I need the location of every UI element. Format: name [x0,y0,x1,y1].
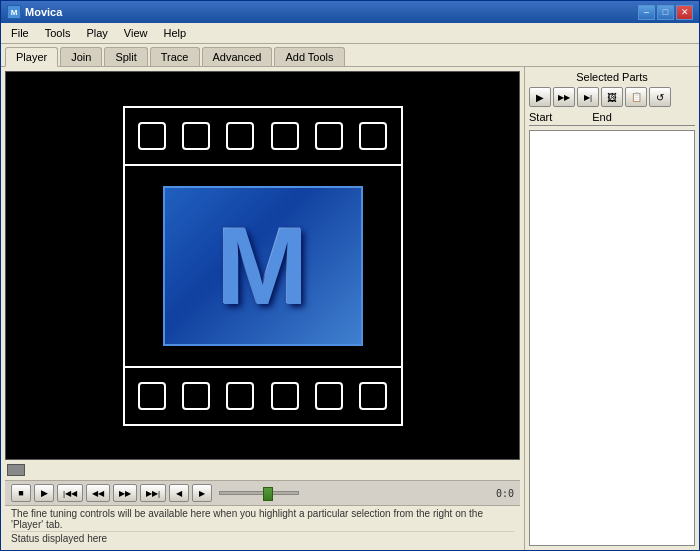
prev-frame-button[interactable]: ◀◀ [86,484,110,502]
col-end: End [592,111,612,123]
hint-text: The fine tuning controls will be availab… [11,508,514,532]
film-hole [138,382,166,410]
film-logo: M [163,186,363,346]
film-hole [182,382,210,410]
seek-bar-area [5,460,520,480]
title-buttons: – □ ✕ [638,5,693,20]
clipboard-button[interactable]: 📋 [625,87,647,107]
tab-join[interactable]: Join [60,47,102,66]
minimize-button[interactable]: – [638,5,655,20]
menu-play[interactable]: Play [80,25,113,41]
play-selection-button[interactable]: ▶ [529,87,551,107]
play-button[interactable]: ▶ [34,484,54,502]
seek-slider[interactable] [7,464,25,476]
vol-up-button[interactable]: ▶ [192,484,212,502]
film-hole [315,122,343,150]
tabs-bar: Player Join Split Trace Advanced Add Too… [1,44,699,67]
video-display[interactable]: M [5,71,520,460]
film-middle: M [123,166,403,366]
thumbnail-button[interactable]: 🖼 [601,87,623,107]
logo-letter: M [217,211,309,321]
film-hole [359,122,387,150]
title-bar: M Movica – □ ✕ [1,1,699,23]
tab-add-tools[interactable]: Add Tools [274,47,344,66]
film-hole [271,122,299,150]
film-bottom [123,366,403,426]
parts-list[interactable] [529,130,695,546]
next-frame-button[interactable]: ▶▶ [113,484,137,502]
title-bar-left: M Movica [7,5,62,19]
app-title: Movica [25,6,62,18]
time-display: 0:0 [496,488,514,499]
status-bar: The fine tuning controls will be availab… [5,505,520,546]
tab-advanced[interactable]: Advanced [202,47,273,66]
film-hole [226,382,254,410]
film-hole [226,122,254,150]
volume-control [219,491,299,495]
next-chapter-button[interactable]: ▶▶| [140,484,166,502]
play-to-end-button[interactable]: ▶▶ [553,87,575,107]
film-hole [315,382,343,410]
menu-help[interactable]: Help [157,25,192,41]
go-to-end-button[interactable]: ▶| [577,87,599,107]
film-hole [182,122,210,150]
tab-split[interactable]: Split [104,47,147,66]
vol-down-button[interactable]: ◀ [169,484,189,502]
menu-view[interactable]: View [118,25,154,41]
col-start: Start [529,111,552,123]
volume-thumb[interactable] [263,487,273,501]
prev-chapter-button[interactable]: |◀◀ [57,484,83,502]
restore-button[interactable]: □ [657,5,674,20]
menu-tools[interactable]: Tools [39,25,77,41]
close-button[interactable]: ✕ [676,5,693,20]
refresh-button[interactable]: ↺ [649,87,671,107]
right-panel: Selected Parts ▶ ▶▶ ▶| 🖼 📋 ↺ Start End [524,67,699,550]
tab-trace[interactable]: Trace [150,47,200,66]
app-window: M Movica – □ ✕ File Tools Play View Help… [0,0,700,551]
menu-file[interactable]: File [5,25,35,41]
selected-parts-title: Selected Parts [529,71,695,83]
right-toolbar: ▶ ▶▶ ▶| 🖼 📋 ↺ [529,87,695,107]
menu-bar: File Tools Play View Help [1,23,699,44]
film-hole [271,382,299,410]
controls-area: ■ ▶ |◀◀ ◀◀ ▶▶ ▶▶| ◀ ▶ 0:0 [5,480,520,505]
app-icon: M [7,5,21,19]
main-area: M ■ [1,67,699,550]
tab-player[interactable]: Player [5,47,58,67]
status-text: Status displayed here [11,533,514,544]
player-area: M ■ [1,67,524,550]
stop-button[interactable]: ■ [11,484,31,502]
film-strip: M [123,106,403,426]
film-top [123,106,403,166]
film-hole [138,122,166,150]
film-hole [359,382,387,410]
volume-track[interactable] [219,491,299,495]
parts-header: Start End [529,111,695,126]
